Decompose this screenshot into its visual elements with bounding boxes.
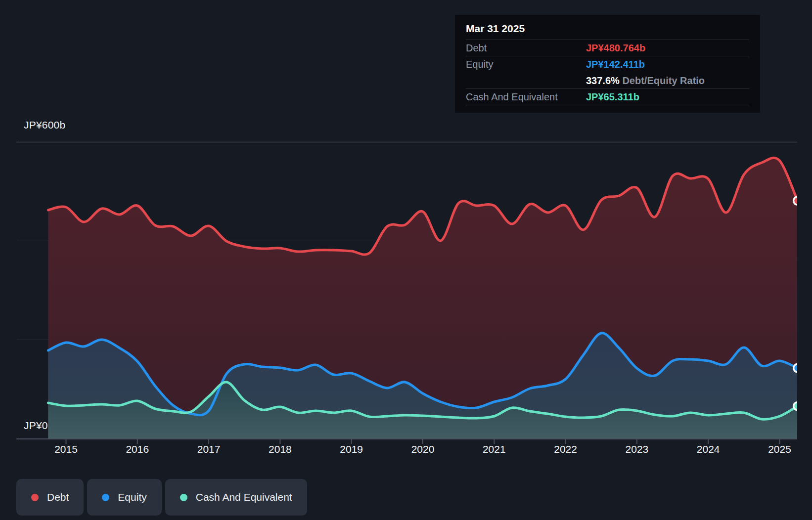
tooltip-cash-value: JP¥65.311b <box>586 91 749 103</box>
x-axis-label-2021: 2021 <box>483 443 506 455</box>
x-axis-label-2018: 2018 <box>269 443 292 455</box>
tooltip-equity-value: JP¥142.411b <box>586 59 749 70</box>
chart-legend: Debt Equity Cash And Equivalent <box>16 479 307 516</box>
legend-cash-label: Cash And Equivalent <box>196 491 292 503</box>
x-axis-label-2025: 2025 <box>768 443 791 455</box>
tooltip-cash-label: Cash And Equivalent <box>466 91 586 103</box>
debt-end-marker <box>794 197 802 205</box>
y-axis-label-max: JP¥600b <box>24 119 65 131</box>
tooltip-row-equity: Equity JP¥142.411b <box>466 56 749 73</box>
cash-dot-icon <box>180 494 187 501</box>
tooltip-ratio: 337.6% Debt/Equity Ratio <box>586 75 749 87</box>
legend-debt-label: Debt <box>47 491 69 503</box>
legend-item-cash[interactable]: Cash And Equivalent <box>165 479 307 516</box>
tooltip-row-debt: Debt JP¥480.764b <box>466 40 749 56</box>
tooltip-row-ratio: 337.6% Debt/Equity Ratio <box>466 73 749 89</box>
y-axis-label-zero: JP¥0 <box>24 420 48 432</box>
tooltip-equity-label: Equity <box>466 59 586 70</box>
tooltip-debt-label: Debt <box>466 43 586 54</box>
x-axis-label-2017: 2017 <box>197 443 221 455</box>
x-axis-label-2016: 2016 <box>126 443 149 455</box>
equity-dot-icon <box>102 494 109 501</box>
x-axis-label-2015: 2015 <box>54 443 78 455</box>
tooltip-ratio-value: 337.6% <box>586 75 620 86</box>
x-axis-label-2019: 2019 <box>340 443 363 455</box>
debt-equity-chart-page: JP¥600b JP¥0 201520162017201820192020202… <box>0 0 812 520</box>
chart-tooltip: Mar 31 2025 Debt JP¥480.764b Equity JP¥1… <box>455 15 760 113</box>
legend-item-equity[interactable]: Equity <box>87 479 161 516</box>
x-axis-label-2022: 2022 <box>554 443 577 455</box>
equity-end-marker <box>794 364 802 372</box>
x-axis-label-2020: 2020 <box>411 443 435 455</box>
debt-dot-icon <box>31 494 39 501</box>
tooltip-debt-value: JP¥480.764b <box>586 43 749 54</box>
tooltip-row-cash: Cash And Equivalent JP¥65.311b <box>466 89 749 105</box>
legend-equity-label: Equity <box>118 491 146 503</box>
legend-item-debt[interactable]: Debt <box>16 479 84 516</box>
tooltip-date: Mar 31 2025 <box>466 19 749 40</box>
x-axis-label-2024: 2024 <box>697 443 720 455</box>
x-axis-label-2023: 2023 <box>626 443 649 455</box>
tooltip-ratio-label: Debt/Equity Ratio <box>622 75 705 86</box>
cash-and-equivalent-end-marker <box>794 402 802 410</box>
